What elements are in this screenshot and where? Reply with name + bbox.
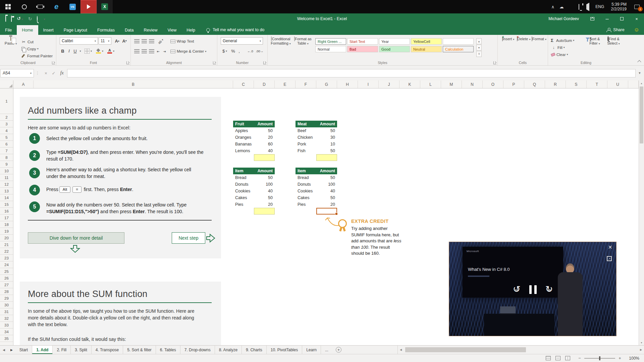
sheet-tab-10-pivottables[interactable]: 10. PivotTables [267,346,302,354]
sort-filter-button[interactable]: AZ Sort & Filter▾ [586,37,604,46]
name-box-dropdown-icon[interactable]: ▾ [30,72,32,75]
align-middle-button[interactable] [142,38,147,45]
increase-font-button[interactable]: A▴ [113,37,121,45]
row-header-16[interactable]: 16 [0,208,13,215]
zoom-out-button[interactable]: − [577,356,582,361]
row-header-35[interactable]: 35 [0,335,13,342]
format-painter-button[interactable]: Format Painter [21,52,53,59]
col-header-o[interactable]: O [483,80,503,88]
orientation-button[interactable]: ab▾ [156,37,165,46]
table-row[interactable]: Cookies40 [296,188,337,194]
col-header-c[interactable]: C [233,80,254,88]
row-header-22[interactable]: 22 [0,248,13,255]
row-header-32[interactable]: 32 [0,315,13,322]
formula-input[interactable] [67,69,636,77]
confirm-entry-button[interactable]: ✓ [52,71,56,76]
format-as-table-button[interactable]: Format as Table▾ [292,37,313,46]
zoom-slider-thumb[interactable] [599,356,600,360]
excel-taskbar-button[interactable]: X [97,0,113,13]
hscroll-thumb[interactable] [405,347,526,352]
video-close-button[interactable]: × [608,243,612,251]
table-row[interactable]: Pies20 [296,201,337,208]
sheet-tab-start[interactable]: Start [15,346,32,354]
col-header-s[interactable]: S [566,80,587,88]
ribbon-tab-view[interactable]: View [162,25,181,35]
volume-icon[interactable] [583,4,592,9]
table-row[interactable]: Pork10 [296,141,337,147]
zoom-slider[interactable] [584,358,615,359]
share-button[interactable]: Share [602,27,629,35]
redo-button[interactable]: ↻ [28,16,32,21]
percent-button[interactable]: % [230,47,236,55]
table-row[interactable]: Pies20 [233,201,275,208]
table-row[interactable]: Cookies40 [233,188,275,194]
fill-button[interactable]: ↓Fill▾ [551,44,574,51]
col-header-j[interactable]: J [379,80,399,88]
dive-down-button[interactable]: Dive down for more detail [28,232,124,244]
insert-cells-button[interactable]: + Insert▾ [500,37,517,42]
item-table-1[interactable]: ItemAmount Bread50 Donuts100 Cookies40 C… [233,168,275,208]
cell-style-empty[interactable] [443,38,474,45]
col-header-f[interactable]: F [296,80,316,88]
bold-button[interactable]: B [60,47,66,55]
start-button[interactable] [0,0,16,13]
font-dialog-launcher[interactable] [126,61,129,64]
sheet-nav-right-icon[interactable]: ▶ [8,346,15,354]
row-header-13[interactable]: 13 [0,188,13,194]
row-header-10[interactable]: 10 [0,168,13,174]
alignment-dialog-launcher[interactable] [213,61,216,64]
row-header-5[interactable]: 5 [0,134,13,141]
row-header-18[interactable]: 18 [0,221,13,228]
vertical-scrollbar[interactable]: ▲ ▼ [639,80,644,345]
ribbon-tab-review[interactable]: Review [139,25,162,35]
align-top-button[interactable] [134,38,140,45]
table-row[interactable]: Donuts100 [296,181,337,188]
row-header-12[interactable]: 12 [0,181,13,188]
fruit-sum-yellow-cell[interactable] [254,154,275,161]
font-color-button[interactable]: A▾ [107,47,114,55]
item-table-2[interactable]: ItemAmount Bread50 Donuts100 Cookies40 C… [296,168,337,208]
underline-dropdown[interactable]: ▾ [78,47,82,55]
zoom-in-button[interactable]: + [617,356,623,361]
table-row[interactable]: Oranges20 [233,134,275,141]
onedrive-cloud-icon[interactable]: ☁ [557,4,566,9]
sheet-tab-2-fill[interactable]: 2. Fill [53,346,71,354]
col-header-g[interactable]: G [316,80,337,88]
row-header-28[interactable]: 28 [0,288,13,295]
collapse-ribbon-button[interactable] [637,60,641,64]
cortana-button[interactable] [16,0,32,13]
styles-gallery-down-button[interactable]: ▼ [476,45,482,51]
cell-style-year[interactable]: Year [379,38,410,45]
align-bottom-button[interactable] [149,38,154,45]
sheet-tab-6-tables[interactable]: 6. Tables [156,346,180,354]
number-format-select[interactable]: General▾ [221,37,263,45]
cell-style-calculation[interactable]: Calculation [443,46,474,52]
row-header-23[interactable]: 23 [0,255,13,261]
copy-button[interactable]: Copy▾ [21,45,53,52]
table-row[interactable]: Beef50 [296,127,337,134]
find-select-button[interactable]: Find & Select▾ [604,37,623,46]
cell-style-good[interactable]: Good [379,46,410,52]
row-header-34[interactable]: 34 [0,328,13,335]
sheet-tab-overflow[interactable]: ... [321,346,332,354]
col-header-n[interactable]: N [462,80,483,88]
close-button[interactable]: × [629,13,644,24]
col-header-m[interactable]: M [441,80,462,88]
row-header-26[interactable]: 26 [0,275,13,282]
ribbon-display-options-button[interactable] [585,13,600,24]
sheet-tab-learn[interactable]: Learn [302,346,321,354]
sheet-tab-4-transpose[interactable]: 4. Transpose [92,346,123,354]
col-header-l[interactable]: L [420,80,441,88]
row-header-1[interactable]: 1 [0,88,13,114]
scroll-up-icon[interactable]: ▲ [639,80,644,86]
maximize-button[interactable] [614,13,629,24]
ribbon-tab-home[interactable]: Home [17,25,38,35]
styles-dialog-launcher[interactable] [493,61,496,64]
row-header-15[interactable]: 15 [0,201,13,208]
col-header-i[interactable]: I [358,80,379,88]
decrease-decimal-button[interactable]: .00→ [255,47,264,55]
table-row[interactable]: Fish50 [296,147,337,154]
fill-color-button[interactable]: ▾ [96,47,103,55]
clock[interactable]: 5:39 PM 2/2/2019 [607,2,630,11]
align-left-button[interactable] [134,48,140,55]
